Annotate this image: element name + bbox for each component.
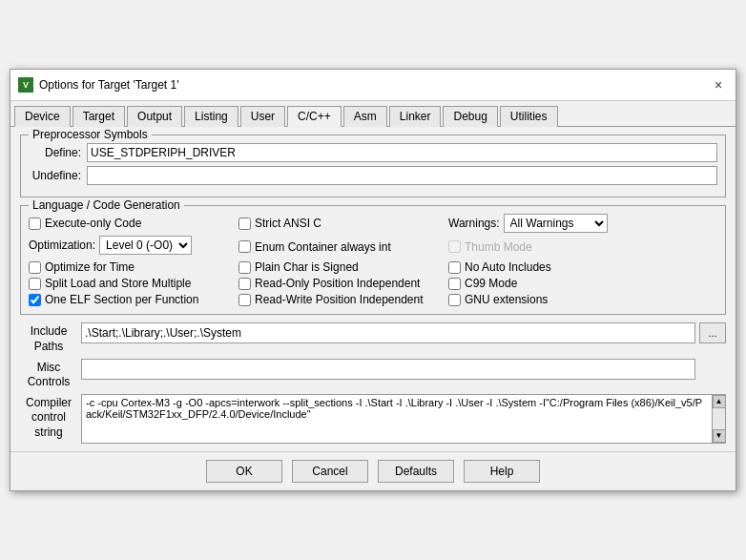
bottom-fields: Include Paths ... Misc Controls Compiler… (20, 322, 726, 443)
gnu-extensions-label: GNU extensions (465, 293, 548, 306)
optimize-time-label: Optimize for Time (45, 260, 135, 274)
plain-char-checkbox[interactable] (238, 261, 251, 274)
strict-ansi-label: Strict ANSI C (255, 217, 321, 230)
scroll-bar: ▲ ▼ (712, 395, 725, 443)
footer: OK Cancel Defaults Help (10, 451, 736, 490)
preprocessor-label: Preprocessor Symbols (29, 128, 152, 141)
optimize-time-row: Optimize for Time (29, 260, 238, 274)
execute-only-label: Execute-only Code (45, 217, 141, 230)
tab-target[interactable]: Target (73, 106, 125, 127)
language-label: Language / Code Generation (29, 198, 184, 212)
close-button[interactable]: × (709, 75, 728, 94)
compiler-string-row: Compiler control string -c -cpu Cortex-M… (20, 394, 726, 444)
undefine-row: Undefine: (29, 166, 717, 185)
read-only-pos-checkbox[interactable] (238, 278, 251, 290)
split-load-row: Split Load and Store Multiple (29, 277, 238, 290)
one-elf-checkbox[interactable] (29, 294, 41, 306)
defaults-button[interactable]: Defaults (378, 460, 454, 483)
strict-ansi-checkbox[interactable] (238, 218, 251, 230)
compiler-scroll-area: -c -cpu Cortex-M3 -g -O0 -apcs=interwork… (81, 394, 726, 444)
compiler-string-label: Compiler control string (20, 394, 77, 441)
define-input[interactable] (87, 143, 717, 162)
undefine-label: Undefine: (29, 169, 81, 182)
optimization-row: Optimization: Level 0 (-O0)Level 1 (-O1)… (29, 236, 238, 255)
tab-bar: Device Target Output Listing User C/C++ … (10, 101, 736, 127)
read-only-pos-label: Read-Only Position Independent (255, 277, 420, 290)
thumb-mode-checkbox[interactable] (448, 240, 461, 253)
include-paths-label: Include Paths (20, 322, 77, 354)
tab-asm[interactable]: Asm (343, 106, 387, 127)
app-icon: V (18, 77, 33, 93)
read-write-pos-checkbox[interactable] (238, 294, 251, 306)
language-group: Language / Code Generation Execute-only … (20, 205, 726, 315)
execute-only-row: Execute-only Code (29, 217, 238, 230)
language-content: Execute-only Code Strict ANSI C Warnings… (29, 214, 717, 306)
c99-mode-label: C99 Mode (465, 277, 517, 290)
preprocessor-content: Define: Undefine: (29, 143, 717, 185)
scroll-up-button[interactable]: ▲ (713, 395, 726, 408)
cancel-button[interactable]: Cancel (292, 460, 368, 483)
tab-content: Preprocessor Symbols Define: Undefine: L… (10, 127, 736, 450)
include-paths-row: Include Paths ... (20, 322, 726, 354)
enum-container-label: Enum Container always int (255, 240, 391, 254)
undefine-input[interactable] (87, 166, 717, 185)
enum-container-row: Enum Container always int (238, 240, 448, 254)
split-load-label: Split Load and Store Multiple (45, 277, 191, 290)
tab-device[interactable]: Device (14, 106, 71, 127)
optimize-time-checkbox[interactable] (29, 261, 41, 274)
read-write-pos-row: Read-Write Position Independent (238, 293, 448, 306)
one-elf-label: One ELF Section per Function (45, 293, 198, 306)
misc-controls-input[interactable] (81, 359, 695, 380)
split-load-checkbox[interactable] (29, 278, 41, 290)
gnu-extensions-row: GNU extensions (448, 293, 717, 306)
tab-utilities[interactable]: Utilities (500, 106, 558, 127)
warnings-select[interactable]: No WarningsAll WarningsMisra Warnings (504, 214, 608, 233)
preprocessor-group: Preprocessor Symbols Define: Undefine: (20, 135, 726, 197)
c99-mode-row: C99 Mode (448, 277, 717, 290)
tab-listing[interactable]: Listing (184, 106, 238, 127)
plain-char-label: Plain Char is Signed (255, 260, 359, 274)
compiler-content: -c -cpu Cortex-M3 -g -O0 -apcs=interwork… (82, 395, 712, 443)
scroll-down-button[interactable]: ▼ (713, 429, 726, 443)
tab-debug[interactable]: Debug (443, 106, 497, 127)
enum-container-checkbox[interactable] (238, 240, 251, 253)
no-auto-includes-label: No Auto Includes (465, 260, 551, 274)
include-paths-input[interactable] (81, 322, 695, 343)
title-bar: V Options for Target 'Target 1' × (10, 70, 736, 101)
plain-char-row: Plain Char is Signed (238, 260, 448, 274)
options-dialog: V Options for Target 'Target 1' × Device… (10, 69, 736, 490)
warnings-label: Warnings: (448, 217, 500, 230)
misc-controls-row: Misc Controls (20, 359, 726, 390)
no-auto-includes-row: No Auto Includes (448, 260, 717, 274)
strict-ansi-row: Strict ANSI C (238, 217, 448, 230)
tab-user[interactable]: User (240, 106, 285, 127)
thumb-mode-row: Thumb Mode (448, 240, 717, 254)
opt-select[interactable]: Level 0 (-O0)Level 1 (-O1)Level 2 (-O2)L… (99, 236, 192, 255)
thumb-mode-label: Thumb Mode (465, 240, 532, 254)
execute-only-checkbox[interactable] (29, 218, 41, 230)
define-row: Define: (29, 143, 717, 162)
tab-linker[interactable]: Linker (389, 106, 442, 127)
misc-controls-label: Misc Controls (20, 359, 77, 390)
read-write-pos-label: Read-Write Position Independent (255, 293, 424, 306)
title-bar-left: V Options for Target 'Target 1' (18, 77, 178, 93)
one-elf-row: One ELF Section per Function (29, 293, 238, 306)
tab-output[interactable]: Output (127, 106, 182, 127)
define-label: Define: (29, 146, 81, 159)
browse-button[interactable]: ... (699, 322, 726, 343)
opt-label: Optimization: (29, 239, 95, 252)
ok-button[interactable]: OK (206, 460, 282, 483)
read-only-pos-row: Read-Only Position Independent (238, 277, 448, 290)
dialog-title: Options for Target 'Target 1' (39, 78, 178, 92)
no-auto-includes-checkbox[interactable] (448, 261, 461, 274)
warnings-row: Warnings: No WarningsAll WarningsMisra W… (448, 214, 717, 233)
tab-ccpp[interactable]: C/C++ (287, 106, 342, 127)
gnu-extensions-checkbox[interactable] (448, 294, 461, 306)
help-button[interactable]: Help (464, 460, 540, 483)
c99-mode-checkbox[interactable] (448, 278, 461, 290)
